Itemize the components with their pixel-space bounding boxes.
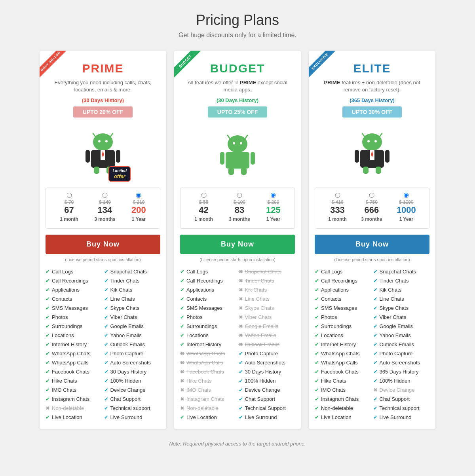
feature-item: ✖Device Change bbox=[373, 386, 430, 394]
feature-item: ✔Contacts bbox=[46, 295, 102, 303]
feature-item: ✔Technical support bbox=[373, 404, 430, 412]
feature-item: ✔Hike Chats bbox=[315, 377, 371, 385]
price-option-budget-2[interactable]: 200 125 1 Year bbox=[263, 192, 284, 224]
plan-card-elite: EXCLUSIVE ELITE PRIME features + non-del… bbox=[309, 51, 435, 429]
feature-icon: ✔ bbox=[315, 314, 319, 320]
price-option-budget-0[interactable]: 55 42 1 month bbox=[191, 192, 216, 224]
feature-icon: ✔ bbox=[104, 369, 108, 375]
feature-icon: ✔ bbox=[239, 387, 243, 393]
feature-item: ✔Kik Chats bbox=[373, 286, 430, 294]
svg-rect-31 bbox=[385, 150, 390, 163]
feature-icon: ✔ bbox=[46, 360, 50, 366]
feature-icon: ✔ bbox=[315, 323, 319, 329]
buy-button-prime[interactable]: Buy Now bbox=[46, 235, 160, 254]
feature-label: Call Logs bbox=[52, 269, 73, 275]
feature-icon: ✔ bbox=[315, 332, 319, 338]
feature-label: Technical Support bbox=[245, 405, 286, 411]
feature-label: SMS Messages bbox=[52, 305, 88, 311]
feature-icon: ✖ bbox=[239, 341, 243, 347]
feature-icon: ✔ bbox=[315, 305, 319, 311]
feature-icon: ✖ bbox=[180, 405, 184, 411]
feature-icon: ✔ bbox=[46, 387, 50, 393]
license-note-prime: (License period starts upon installation… bbox=[40, 257, 166, 262]
ribbon-budget: BUDGET bbox=[174, 51, 206, 82]
feature-item: ✔Device Change bbox=[239, 386, 295, 394]
pricing-options-elite: 416 333 1 month 750 666 3 months 1090 10… bbox=[315, 188, 429, 229]
feature-label: Skype Chats bbox=[380, 305, 409, 311]
feature-label: Hike Chats bbox=[52, 378, 77, 384]
feature-item: ✔Tinder Chats bbox=[104, 277, 161, 284]
price-radio-elite-1[interactable] bbox=[369, 193, 374, 198]
price-radio-prime-2[interactable] bbox=[136, 193, 141, 198]
feature-item: ✔Skype Chats bbox=[373, 304, 430, 312]
feature-item: ✔WhatsApp Chats bbox=[315, 350, 371, 357]
feature-icon: ✖ bbox=[180, 378, 184, 384]
feature-icon: ✔ bbox=[315, 369, 319, 375]
feature-icon: ✔ bbox=[104, 332, 108, 338]
feature-icon: ✔ bbox=[373, 278, 378, 284]
feature-item: ✔Technical support bbox=[104, 404, 161, 412]
feature-icon: ✔ bbox=[373, 323, 378, 329]
feature-icon: ✔ bbox=[180, 414, 184, 420]
price-radio-budget-1[interactable] bbox=[237, 193, 242, 198]
feature-icon: ✔ bbox=[104, 323, 108, 329]
feature-label: Device Change bbox=[110, 387, 146, 393]
feature-item: ✔Facebook Chats bbox=[315, 368, 371, 375]
feature-item: ✔Surroundings bbox=[180, 322, 237, 330]
price-option-elite-0[interactable]: 416 333 1 month bbox=[325, 192, 350, 224]
plan-card-prime: BEST SELLER PRIME Everything you need in… bbox=[40, 51, 166, 429]
feature-label: 365 Days History bbox=[380, 369, 419, 375]
buy-button-budget[interactable]: Buy Now bbox=[180, 235, 295, 254]
feature-icon: ✔ bbox=[315, 278, 319, 284]
price-option-elite-2[interactable]: 1090 1000 1 Year bbox=[393, 192, 419, 224]
plan-discount-prime: UPTO 20% OFF bbox=[73, 106, 133, 118]
price-old-elite-2: 1090 bbox=[397, 199, 416, 205]
price-radio-budget-0[interactable] bbox=[201, 193, 206, 198]
feature-item: ✖Hike Chats bbox=[180, 377, 237, 385]
price-option-prime-2[interactable]: 210 200 1 Year bbox=[128, 192, 149, 224]
feature-label: Internet History bbox=[321, 341, 356, 347]
price-option-elite-1[interactable]: 750 666 3 months bbox=[358, 192, 385, 224]
feature-item: ✔Live Location bbox=[180, 413, 237, 421]
feature-label: Applications bbox=[186, 287, 214, 293]
feature-label: Chat Support bbox=[380, 396, 410, 402]
price-option-prime-1[interactable]: 140 134 3 months bbox=[91, 192, 118, 224]
feature-label: 30 Days History bbox=[110, 369, 147, 375]
feature-label: Call Recordings bbox=[186, 278, 223, 284]
feature-icon: ✔ bbox=[180, 332, 184, 338]
price-radio-prime-1[interactable] bbox=[102, 193, 107, 198]
page-header: Pricing Plans Get huge discounts only fo… bbox=[8, 12, 467, 39]
price-option-budget-1[interactable]: 100 83 3 months bbox=[226, 192, 253, 224]
features-grid-budget: ✔Call Logs✖Snapchat Chats✔Call Recording… bbox=[174, 268, 301, 421]
feature-label: Technical support bbox=[380, 405, 420, 411]
feature-item: ✖Instagram Chats bbox=[180, 395, 237, 403]
price-radio-elite-0[interactable] bbox=[335, 193, 340, 198]
feature-icon: ✔ bbox=[315, 351, 319, 357]
price-option-prime-0[interactable]: 70 67 1 month bbox=[57, 192, 82, 224]
price-new-elite-0: 333 bbox=[328, 205, 347, 215]
feature-item: ✖WhatsApp Chats bbox=[180, 350, 237, 357]
feature-label: Non-deletable bbox=[52, 405, 84, 411]
feature-icon: ✖ bbox=[180, 387, 184, 393]
price-radio-elite-2[interactable] bbox=[404, 193, 409, 198]
feature-label: WhatsApp Calls bbox=[321, 360, 357, 366]
price-old-budget-1: 100 bbox=[229, 199, 250, 205]
price-radio-prime-0[interactable] bbox=[66, 193, 72, 198]
price-radio-budget-2[interactable] bbox=[271, 193, 276, 198]
feature-icon: ✔ bbox=[315, 378, 319, 384]
feature-label: Photo Capture bbox=[245, 351, 278, 357]
feature-item: ✖Outlook Emails bbox=[239, 341, 295, 348]
feature-label: Outlook Emails bbox=[110, 341, 145, 347]
feature-icon: ✔ bbox=[315, 360, 319, 366]
feature-label: Technical support bbox=[110, 405, 150, 411]
feature-label: Hike Chats bbox=[321, 378, 346, 384]
feature-icon: ✔ bbox=[315, 296, 319, 302]
ribbon-prime: BEST SELLER bbox=[40, 51, 71, 82]
svg-point-3 bbox=[98, 140, 101, 142]
android-image-elite bbox=[344, 126, 400, 182]
feature-item: ✖Non-deletable bbox=[46, 404, 102, 412]
feature-label: IMO Chats bbox=[52, 387, 76, 393]
feature-label: 30 Days History bbox=[245, 369, 281, 375]
buy-button-elite[interactable]: Buy Now bbox=[315, 235, 429, 254]
feature-item: ✔Device Change bbox=[104, 386, 161, 394]
